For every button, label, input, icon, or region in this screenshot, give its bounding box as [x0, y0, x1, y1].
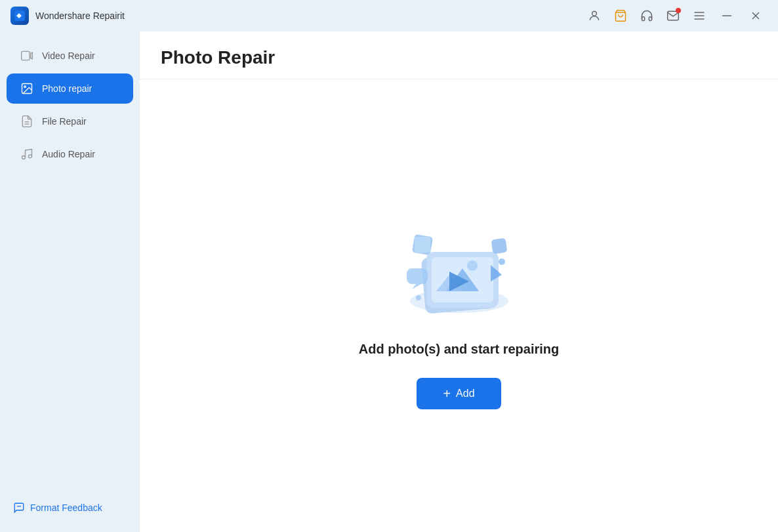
mail-badge [676, 8, 681, 13]
svg-rect-10 [22, 51, 30, 60]
format-feedback-button[interactable]: Format Feedback [13, 502, 127, 514]
minimize-button[interactable] [715, 7, 739, 25]
add-subtitle: Add photo(s) and start repairing [359, 342, 560, 357]
sidebar-item-file-repair[interactable]: File Repair [7, 106, 133, 136]
sidebar-footer: Format Feedback [0, 491, 140, 524]
menu-icon[interactable] [689, 5, 710, 26]
mail-icon[interactable] [663, 5, 684, 26]
add-plus-icon: + [443, 387, 451, 400]
svg-marker-31 [412, 284, 421, 289]
app-logo [10, 7, 29, 25]
content-main: Add photo(s) and start repairing + Add [140, 79, 778, 532]
svg-marker-11 [31, 52, 33, 59]
svg-point-33 [416, 295, 421, 300]
cart-icon[interactable] [610, 5, 631, 26]
svg-point-1 [18, 14, 21, 17]
main-layout: Video Repair Photo repair [0, 31, 778, 532]
sidebar-item-video-repair-label: Video Repair [42, 51, 95, 61]
sidebar-item-audio-repair-label: Audio Repair [42, 149, 95, 159]
page-title: Photo Repair [161, 47, 757, 68]
file-repair-icon [20, 114, 34, 129]
svg-point-16 [22, 156, 26, 159]
svg-rect-28 [415, 237, 430, 253]
svg-point-32 [499, 258, 505, 265]
sidebar-item-audio-repair[interactable]: Audio Repair [7, 139, 133, 169]
sidebar-item-photo-repair-label: Photo repair [42, 83, 92, 94]
title-bar-right [584, 5, 768, 26]
svg-point-17 [29, 155, 32, 158]
content-area: Photo Repair [140, 31, 778, 532]
sidebar-item-file-repair-label: File Repair [42, 116, 87, 127]
format-feedback-label: Format Feedback [30, 502, 102, 513]
svg-rect-30 [407, 268, 428, 284]
svg-point-25 [467, 260, 478, 271]
audio-repair-icon [20, 147, 34, 161]
title-bar-left: Wondershare Repairit [10, 7, 125, 25]
sidebar: Video Repair Photo repair [0, 31, 140, 532]
title-bar: Wondershare Repairit [0, 0, 778, 31]
app-title: Wondershare Repairit [35, 10, 125, 21]
close-button[interactable] [744, 7, 768, 25]
svg-point-13 [24, 86, 26, 88]
content-header: Photo Repair [140, 31, 778, 79]
photo-repair-illustration [387, 203, 531, 321]
video-repair-icon [20, 49, 34, 63]
photo-repair-icon [20, 81, 34, 96]
add-button[interactable]: + Add [417, 378, 501, 409]
svg-rect-29 [491, 237, 507, 254]
headset-icon[interactable] [636, 5, 657, 26]
sidebar-item-photo-repair[interactable]: Photo repair [7, 73, 133, 104]
account-icon[interactable] [584, 5, 605, 26]
add-button-label: Add [456, 388, 474, 399]
sidebar-item-video-repair[interactable]: Video Repair [7, 41, 133, 71]
svg-point-2 [592, 11, 597, 16]
